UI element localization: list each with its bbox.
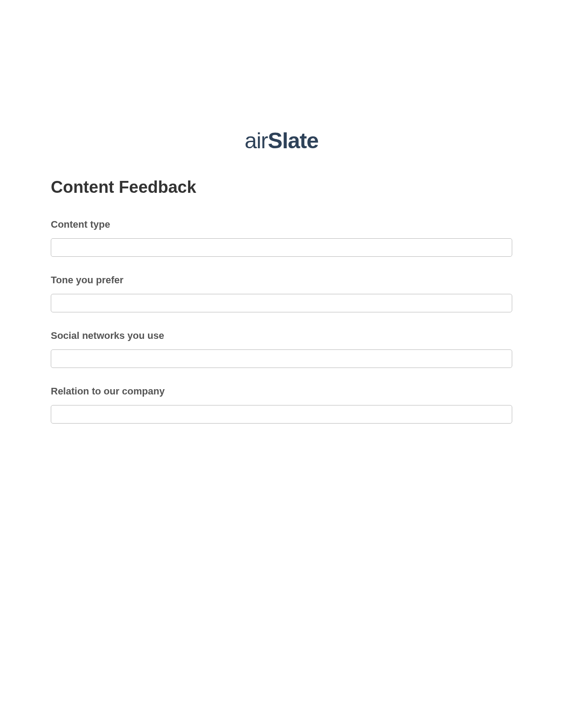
logo-suffix: Slate (268, 128, 319, 153)
page-title: Content Feedback (51, 178, 512, 197)
input-tone[interactable] (51, 294, 512, 312)
form-group-social-networks: Social networks you use (51, 330, 512, 368)
input-social-networks[interactable] (51, 349, 512, 368)
form-group-relation: Relation to our company (51, 386, 512, 424)
input-content-type[interactable] (51, 238, 512, 257)
label-social-networks: Social networks you use (51, 330, 512, 341)
logo-prefix: air (245, 128, 268, 153)
label-relation: Relation to our company (51, 386, 512, 397)
form-group-tone: Tone you prefer (51, 274, 512, 312)
input-relation[interactable] (51, 405, 512, 424)
label-tone: Tone you prefer (51, 274, 512, 286)
logo: airSlate (51, 128, 512, 154)
form-group-content-type: Content type (51, 219, 512, 257)
logo-text: airSlate (245, 128, 318, 153)
label-content-type: Content type (51, 219, 512, 230)
form-container: airSlate Content Feedback Content type T… (0, 0, 563, 424)
